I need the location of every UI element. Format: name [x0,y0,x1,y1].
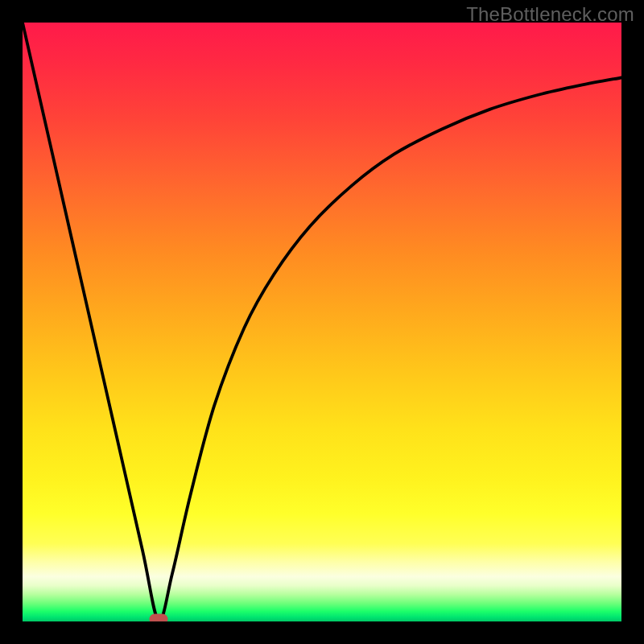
minimum-marker [149,614,167,621]
plot-area [23,23,621,621]
bottleneck-curve [23,23,621,621]
watermark-text: TheBottleneck.com [466,3,634,26]
chart-frame: TheBottleneck.com [0,0,644,644]
